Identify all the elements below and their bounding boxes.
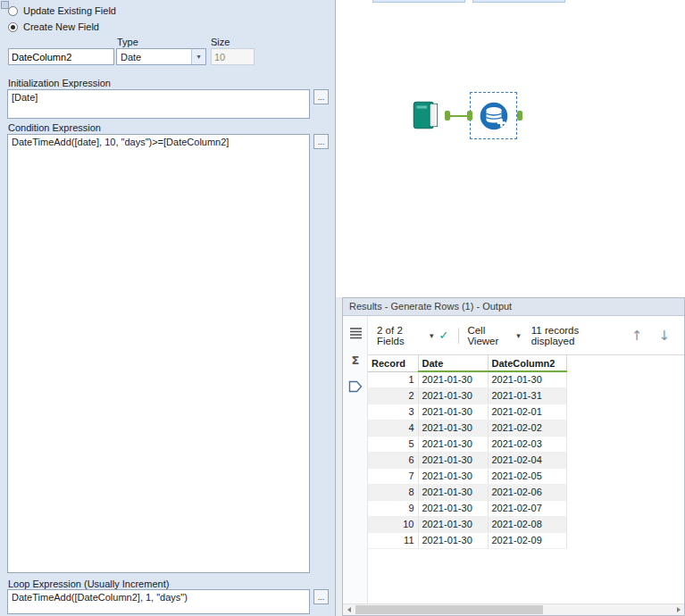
record-number-cell[interactable]: 3: [368, 404, 418, 420]
workflow-canvas[interactable]: [336, 0, 685, 297]
results-toolbar: 2 of 2 Fields ▾ ✓ Cell Viewer ▾ 11 recor…: [368, 316, 684, 355]
date-value-cell[interactable]: 2021-02-03: [488, 436, 566, 452]
table-row[interactable]: 102021-01-302021-02-08: [368, 516, 566, 532]
input-data-tool[interactable]: [409, 98, 445, 134]
table-row[interactable]: 72021-01-302021-02-05: [368, 468, 566, 484]
column-header-datecolumn2[interactable]: DateColumn2: [488, 355, 566, 371]
generate-rows-tool[interactable]: [470, 92, 517, 139]
radio-create-label: Create New Field: [23, 21, 99, 32]
type-dropdown[interactable]: Date ▾: [116, 48, 206, 65]
date-value-cell[interactable]: 2021-02-02: [488, 420, 566, 436]
table-row[interactable]: 42021-01-302021-02-02: [368, 420, 566, 436]
date-value-cell[interactable]: 2021-01-30: [418, 452, 488, 468]
data-grid-icon[interactable]: [347, 325, 363, 341]
workflow-tab-stub[interactable]: [472, 0, 565, 3]
loop-expression-label: Loop Expression (Usually Increment): [8, 579, 169, 589]
date-value-cell[interactable]: 2021-01-30: [418, 468, 488, 484]
date-value-cell[interactable]: 2021-01-30: [418, 371, 488, 387]
create-new-field-option[interactable]: Create New Field: [8, 21, 99, 32]
scroll-up-icon[interactable]: ↑: [626, 328, 648, 344]
table-row[interactable]: 82021-01-302021-02-06: [368, 484, 566, 500]
initialization-expression-input[interactable]: [Date]: [7, 89, 310, 119]
table-row[interactable]: 62021-01-302021-02-04: [368, 452, 566, 468]
scrollbar-right-arrow[interactable]: [672, 604, 684, 615]
toolbar-separator: [458, 328, 459, 344]
record-number-cell[interactable]: 1: [368, 371, 418, 387]
date-value-cell[interactable]: 2021-01-30: [418, 516, 488, 532]
record-number-cell[interactable]: 8: [368, 484, 418, 500]
results-grid: Record Date DateColumn2 12021-01-302021-…: [368, 355, 567, 549]
table-header-row: Record Date DateColumn2: [368, 355, 566, 371]
results-table: Record Date DateColumn2 12021-01-302021-…: [368, 355, 567, 549]
loop-expression-browse-button[interactable]: ...: [313, 589, 329, 604]
workflow-tab-stub[interactable]: [372, 0, 465, 3]
table-row[interactable]: 92021-01-302021-02-07: [368, 500, 566, 516]
record-number-cell[interactable]: 10: [368, 516, 418, 532]
apply-fields-check-icon[interactable]: ✓: [439, 329, 449, 342]
table-row[interactable]: 32021-01-302021-02-01: [368, 404, 566, 420]
record-number-cell[interactable]: 5: [368, 436, 418, 452]
record-number-cell[interactable]: 11: [368, 532, 418, 548]
size-label: Size: [211, 37, 230, 47]
record-number-cell[interactable]: 4: [368, 420, 418, 436]
size-input: [211, 48, 255, 65]
column-header-date[interactable]: Date: [418, 355, 488, 371]
record-number-cell[interactable]: 6: [368, 452, 418, 468]
date-value-cell[interactable]: 2021-02-01: [488, 404, 566, 420]
results-header[interactable]: Results - Generate Rows (1) - Output: [343, 298, 684, 316]
initialization-expression-label: Initialization Expression: [8, 78, 111, 88]
fields-dropdown[interactable]: 2 of 2 Fields ▾: [377, 325, 434, 346]
cell-viewer-label: Cell Viewer: [467, 325, 513, 346]
chevron-down-icon: ▾: [430, 331, 434, 340]
date-value-cell[interactable]: 2021-01-30: [418, 436, 488, 452]
date-value-cell[interactable]: 2021-01-30: [418, 387, 488, 404]
configuration-panel: Update Existing Field Create New Field T…: [0, 0, 335, 616]
profile-tag-icon[interactable]: [347, 379, 363, 395]
date-value-cell[interactable]: 2021-02-09: [488, 532, 566, 548]
chevron-down-icon: ▾: [516, 331, 521, 340]
scrollbar-thumb[interactable]: [355, 605, 543, 614]
loop-expression-input[interactable]: DateTimeAdd([DateColumn2], 1, "days"): [7, 589, 310, 614]
date-value-cell[interactable]: 2021-02-04: [488, 452, 566, 468]
date-value-cell[interactable]: 2021-01-31: [488, 387, 566, 404]
date-value-cell[interactable]: 2021-01-30: [418, 532, 488, 548]
results-title: Results - Generate Rows (1) - Output: [349, 301, 512, 312]
input-data-icon: [409, 98, 443, 132]
date-value-cell[interactable]: 2021-02-08: [488, 516, 566, 532]
date-value-cell[interactable]: 2021-02-06: [488, 484, 566, 500]
new-field-name-input[interactable]: [8, 48, 114, 65]
panel-splitter-lower[interactable]: [336, 297, 342, 616]
update-existing-field-option[interactable]: Update Existing Field: [8, 5, 116, 16]
cell-viewer-dropdown[interactable]: Cell Viewer ▾: [467, 325, 520, 346]
date-value-cell[interactable]: 2021-01-30: [488, 371, 566, 387]
record-number-cell[interactable]: 7: [368, 468, 418, 484]
condition-expression-browse-button[interactable]: ...: [313, 134, 329, 149]
input-anchor[interactable]: [467, 111, 472, 121]
table-row[interactable]: 22021-01-302021-01-31: [368, 387, 566, 404]
initialization-expression-browse-button[interactable]: ...: [313, 89, 329, 104]
date-value-cell[interactable]: 2021-01-30: [418, 420, 488, 436]
date-value-cell[interactable]: 2021-02-05: [488, 468, 566, 484]
record-number-cell[interactable]: 9: [368, 500, 418, 516]
date-value-cell[interactable]: 2021-01-30: [418, 404, 488, 420]
date-value-cell[interactable]: 2021-01-30: [418, 484, 488, 500]
table-row[interactable]: 52021-01-302021-02-03: [368, 436, 566, 452]
column-header-record[interactable]: Record: [368, 355, 418, 371]
condition-expression-input[interactable]: DateTimeAdd([date], 10, "days")>=[DateCo…: [7, 134, 310, 573]
date-value-cell[interactable]: 2021-02-07: [488, 500, 566, 516]
type-dropdown-value: Date: [117, 52, 191, 62]
output-anchor[interactable]: [517, 111, 522, 121]
record-number-cell[interactable]: 2: [368, 387, 418, 404]
scrollbar-left-arrow[interactable]: [343, 604, 355, 615]
metadata-sigma-icon[interactable]: Σ: [347, 352, 363, 368]
table-row[interactable]: 112021-01-302021-02-09: [368, 532, 566, 548]
horizontal-scrollbar[interactable]: [343, 604, 684, 615]
chevron-down-icon[interactable]: ▾: [191, 49, 205, 64]
date-value-cell[interactable]: 2021-01-30: [418, 500, 488, 516]
radio-button-icon[interactable]: [8, 6, 18, 16]
scroll-down-icon[interactable]: ↓: [653, 328, 675, 344]
radio-button-selected-icon[interactable]: [8, 22, 18, 32]
results-side-strip: Σ: [343, 316, 368, 615]
table-row[interactable]: 12021-01-302021-01-30: [368, 371, 566, 387]
fields-dropdown-label: 2 of 2 Fields: [377, 325, 426, 346]
